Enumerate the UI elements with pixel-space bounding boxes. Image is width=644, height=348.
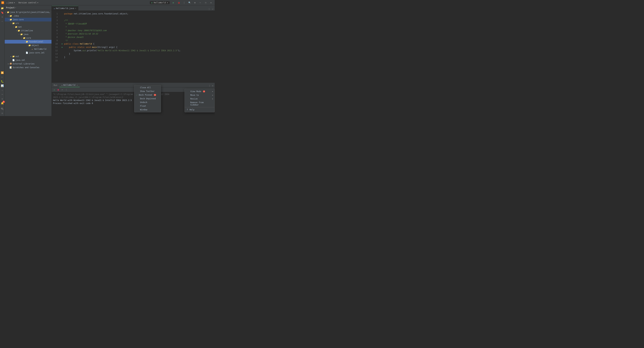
tree-item[interactable]: ☕HelloWorld	[5, 47, 52, 51]
line-number: 5	[52, 25, 58, 29]
tree-item[interactable]: ▶📁out	[5, 55, 52, 58]
more-tools-icon-btn[interactable]: ⋯	[0, 19, 4, 23]
run-tab[interactable]: Run	[52, 83, 59, 87]
project-panel-title: Project	[6, 6, 14, 9]
context-menu-item[interactable]: Close All	[134, 86, 161, 89]
rerun-button[interactable]: ↺	[52, 88, 56, 92]
tree-item[interactable]: ▾📁java-core	[5, 18, 52, 21]
tab-close-button[interactable]: ✕	[75, 7, 76, 9]
run-config-chevron-icon: ▾	[167, 1, 168, 4]
context-menu-item[interactable]: Window	[134, 108, 161, 112]
context-menu-item[interactable]: Show Toolbar	[134, 89, 161, 93]
code-editor[interactable]: package net.ittimeline.java.core.foundat…	[60, 11, 215, 83]
helloworld-tab-icon: ☕	[62, 84, 62, 86]
context-menu-item[interactable]: View Mode2	[185, 90, 214, 93]
tree-item[interactable]: ▾📁java	[5, 32, 52, 36]
tree-item[interactable]: ▶📦External Libraries	[5, 62, 52, 66]
notifications-icon-btn[interactable]: 🔔 1	[0, 101, 4, 105]
tree-item[interactable]: ▾📁.idea	[5, 14, 52, 18]
menu-item-label: Show Toolbar	[140, 90, 155, 92]
context-menu-item[interactable]: Resize	[185, 97, 214, 101]
tree-item[interactable]: ▾📁java D:\projects\java\ittimeline\java	[5, 10, 52, 14]
tab-filename: HelloWorld.java	[56, 7, 74, 9]
editor-tab-helloworld[interactable]: ☕ HelloWorld.java ✕	[52, 6, 78, 10]
code-line: package net.ittimeline.java.core.foundat…	[61, 12, 215, 15]
code-line: * @version 2023/11/16 18:32	[61, 32, 215, 35]
plugins-icon-btn[interactable]: 🔌	[0, 107, 4, 111]
title-bar: IJ ☕ java ▾ Version control ▾ ▶ HelloWor…	[0, 0, 215, 5]
context-menu-item[interactable]: Float	[134, 104, 161, 108]
close-button[interactable]: ✕	[209, 1, 213, 4]
context-menu-item[interactable]: Dock Unpinned	[134, 97, 161, 101]
run-gutter-arrow[interactable]: ▶	[61, 45, 64, 49]
tree-item[interactable]: 📄java-core.iml	[5, 51, 52, 55]
title-bar-actions: ▶ 🐞 ⋮ 🔍 ⚙ — ❐ ✕	[171, 1, 213, 4]
code-line: /**	[61, 19, 215, 22]
context-menu-item[interactable]: ✓Dock Pinned3	[134, 93, 161, 97]
version-control-menu[interactable]: Version control ▾	[17, 1, 40, 4]
tree-item[interactable]: ▾📁net	[5, 25, 52, 29]
context-menu-item[interactable]: Move to	[185, 93, 214, 97]
editor-content[interactable]: 123456789101112131415 package net.ittime…	[52, 11, 215, 83]
restore-button[interactable]: ❐	[203, 1, 208, 4]
problems-icon-btn[interactable]: ⚠	[0, 88, 4, 92]
context-menu-item[interactable]: Undock	[134, 101, 161, 104]
code-line: ▶public class HelloWorld {	[61, 42, 215, 45]
menu-item-label: View Mode	[190, 90, 201, 93]
bottom-close-button[interactable]: ✕	[212, 84, 214, 87]
menu-item-label: Remove from Sidebar	[190, 101, 212, 106]
line-number: 14	[52, 56, 58, 59]
line-number: 15	[52, 59, 58, 62]
search-button[interactable]: 🔍	[187, 1, 192, 4]
run-button[interactable]: ▶	[171, 1, 176, 4]
run-icon-btn[interactable]: ▷	[0, 75, 4, 79]
restore-layout-button[interactable]: ↩	[60, 88, 64, 92]
stop-button[interactable]: ■	[56, 88, 60, 92]
settings-icon-btn[interactable]: ⚙	[0, 111, 4, 115]
tab-java-icon: ☕	[54, 7, 55, 9]
code-line: * 我的第一个Java程序	[61, 22, 215, 25]
tree-item[interactable]: ▾📁src	[5, 21, 52, 25]
context-menu-item[interactable]: ?Help	[185, 108, 214, 112]
project-icon-btn[interactable]: 📁	[0, 6, 4, 10]
context-menu-item[interactable]: Remove from Sidebar	[185, 101, 214, 107]
tab-bar-checkmark-button[interactable]: ✓	[212, 7, 214, 10]
bookmarks-icon-btn[interactable]: 🔖	[0, 10, 4, 14]
helloworld-tab[interactable]: ☕ HelloWorld ✕	[59, 83, 80, 87]
minimize-button[interactable]: —	[198, 1, 202, 4]
tab-bar-more-button[interactable]: ⋮	[208, 7, 211, 10]
git-icon-btn[interactable]: 🔀	[0, 71, 4, 75]
tree-item[interactable]: ▾📁core	[5, 36, 52, 40]
helloworld-tab-close-button[interactable]: ✕	[77, 84, 78, 86]
code-line: ▶ public static void main(String[] args)…	[61, 45, 215, 49]
menu-item-label: Float	[140, 105, 146, 107]
settings-button[interactable]: ⚙	[192, 1, 197, 4]
debug-icon-btn[interactable]: 🐛	[0, 79, 4, 83]
menu-item-label: Help	[190, 109, 194, 111]
debug-button[interactable]: 🐞	[176, 1, 181, 4]
terminal-icon-btn[interactable]: ⌨	[0, 92, 4, 96]
tree-item[interactable]: 📝Scratches and Consoles	[5, 66, 52, 69]
helloworld-tab-label: HelloWorld	[63, 84, 75, 86]
context-menu-view-mode: View Mode2Move toResizeRemove from Sideb…	[184, 89, 215, 112]
version-control-chevron-icon: ▾	[37, 1, 38, 4]
project-menu[interactable]: ☕ java ▾	[5, 1, 16, 4]
line-numbers: 123456789101112131415	[52, 11, 60, 83]
tree-item[interactable]: ▾📁object	[5, 43, 52, 47]
more-run-actions-button[interactable]: ⋮	[64, 88, 68, 92]
tree-item[interactable]: ▾📁ittimeline	[5, 29, 52, 32]
line-number: 12	[52, 49, 58, 52]
line-number: 10	[52, 42, 58, 45]
run-config-selector[interactable]: ▶ HelloWorld ▾	[150, 1, 170, 4]
structure-icon-btn[interactable]: ≡	[0, 15, 4, 19]
services-icon-btn[interactable]: ⚙	[0, 97, 4, 101]
tree-item[interactable]: 📄java.iml	[5, 58, 52, 62]
more-actions-button[interactable]: ⋮	[182, 1, 186, 4]
code-line: * @since Java21	[61, 35, 215, 39]
menu-item-badge: 2	[203, 90, 205, 92]
run-gutter-arrow[interactable]: ▶	[61, 42, 64, 45]
code-line	[61, 15, 215, 19]
bottom-more-button[interactable]: ⋮	[208, 84, 211, 87]
profiler-icon-btn[interactable]: 📊	[0, 84, 4, 88]
tree-item[interactable]: ▾📁foundational	[5, 40, 52, 43]
